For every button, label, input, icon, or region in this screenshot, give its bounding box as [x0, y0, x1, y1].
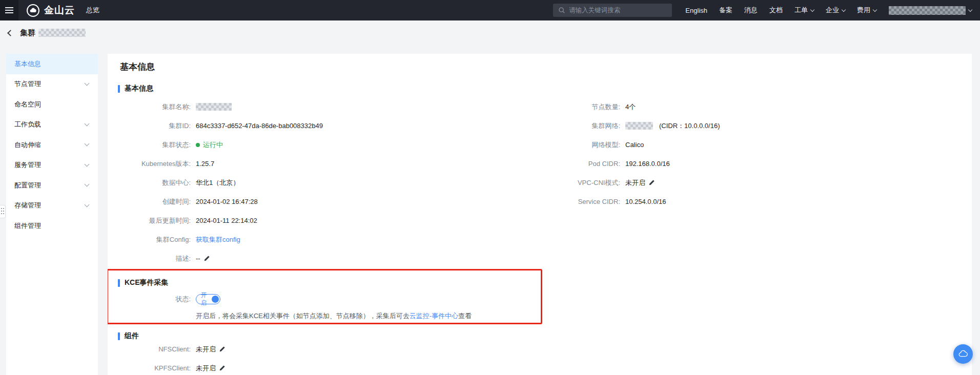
- field-k8s-version: Kubernetes版本: 1.25.7: [118, 154, 323, 173]
- edit-pencil-icon[interactable]: [203, 255, 210, 262]
- kce-events-toggle[interactable]: 开启: [196, 294, 220, 304]
- field-value: 2024-01-02 16:47:28: [196, 198, 258, 205]
- field-value: 1.25.7: [196, 160, 214, 168]
- sidebar-item-basic-info[interactable]: 基本信息: [6, 54, 98, 74]
- field-label: 网络模型:: [446, 140, 620, 150]
- billing-dropdown[interactable]: 费用: [857, 6, 876, 15]
- field-value: 未开启: [196, 345, 216, 354]
- section-bar-icon: [118, 332, 120, 340]
- sidebar-item-config-management[interactable]: 配置管理: [6, 175, 98, 196]
- brand-name: 金山云: [44, 4, 75, 17]
- brand-logo[interactable]: 金山云: [27, 4, 75, 17]
- field-label: KPFSClient:: [118, 364, 191, 372]
- edit-pencil-icon[interactable]: [219, 346, 226, 352]
- sidebar-item-autoscaling[interactable]: 自动伸缩: [6, 135, 98, 155]
- chevron-down-icon: [842, 7, 846, 11]
- field-kpfsclient: KPFSClient: 未开启: [118, 359, 226, 375]
- sidebar-item-component-management[interactable]: 组件管理: [6, 216, 98, 236]
- field-service-cidr: Service CIDR: 10.254.0.0/16: [446, 192, 720, 211]
- field-vpc-cni-mode: VPC-CNI模式: 未开启: [446, 173, 720, 192]
- field-label: 节点数量:: [446, 102, 620, 112]
- floating-cloud-button[interactable]: [953, 344, 973, 364]
- field-description: 描述: --: [118, 249, 323, 268]
- chevron-down-icon: [85, 161, 90, 166]
- field-kce-status: 状态: 开启: [118, 293, 220, 305]
- field-label: 集群网络:: [446, 121, 620, 131]
- cloud-monitor-event-center-link[interactable]: 云监控-事件中心: [410, 312, 458, 320]
- sidebar-item-node-management[interactable]: 节点管理: [6, 74, 98, 95]
- components-rows: NFSClient: 未开启 KPFSClient: 未开启: [118, 340, 226, 375]
- docs-link[interactable]: 文档: [769, 6, 783, 15]
- field-cluster-name: 集群名称:: [118, 97, 323, 116]
- field-label: Kubernetes版本:: [118, 159, 191, 169]
- field-value: (CIDR：10.0.0.0/16): [659, 121, 720, 131]
- account-menu[interactable]: [889, 6, 972, 15]
- page-title: 基本信息: [120, 61, 155, 73]
- chevron-down-icon: [85, 202, 90, 207]
- field-label: 状态:: [118, 295, 191, 304]
- field-value: 4个: [625, 102, 636, 112]
- field-label: 数据中心:: [118, 178, 191, 187]
- field-node-count: 节点数量: 4个: [446, 97, 720, 116]
- chevron-down-icon: [810, 7, 814, 11]
- section-kce-events: KCE事件采集: [118, 278, 169, 287]
- account-name-redacted: [889, 6, 966, 15]
- chevron-down-icon: [85, 80, 90, 86]
- field-label: 集群ID:: [118, 121, 191, 131]
- chevron-down-icon: [968, 7, 972, 11]
- section-bar-icon: [118, 85, 120, 93]
- cluster-name-redacted: [38, 29, 86, 37]
- sidebar-item-service-management[interactable]: 服务管理: [6, 155, 98, 176]
- basic-info-right-column: 节点数量: 4个 集群网络: (CIDR：10.0.0.0/16) 网络模型: …: [446, 97, 720, 211]
- sidebar-item-workload[interactable]: 工作负载: [6, 115, 98, 135]
- status-badge: 运行中: [203, 140, 223, 150]
- search-icon: [558, 7, 565, 14]
- edit-pencil-icon[interactable]: [219, 365, 226, 371]
- cluster-name-value-redacted: [196, 103, 232, 111]
- section-basic-info: 基本信息: [118, 84, 153, 93]
- cloud-icon: [958, 349, 968, 359]
- nav-overview[interactable]: 总览: [86, 6, 99, 15]
- field-label: NFSClient:: [118, 345, 191, 353]
- sidebar-item-storage-management[interactable]: 存储管理: [6, 196, 98, 216]
- field-cluster-status: 集群状态: 运行中: [118, 135, 323, 154]
- field-value: --: [196, 255, 200, 262]
- global-search[interactable]: [553, 4, 672, 17]
- network-name-redacted: [625, 122, 653, 130]
- field-value: 192.168.0.0/16: [625, 160, 670, 168]
- field-datacenter: 数据中心: 华北1（北京）: [118, 173, 323, 192]
- field-updated-time: 最后更新时间: 2024-01-11 22:14:02: [118, 211, 323, 230]
- field-label: 集群状态:: [118, 140, 191, 150]
- main-panel: 基本信息 基本信息 集群名称: 集群ID: 684c3337-d652-47da…: [108, 54, 972, 375]
- field-label: Pod CIDR:: [446, 160, 620, 168]
- chevron-down-icon: [85, 141, 90, 147]
- panel-collapse-handle[interactable]: [0, 205, 6, 218]
- field-value: 2024-01-11 22:14:02: [196, 217, 257, 224]
- search-input[interactable]: [569, 7, 667, 14]
- field-created-time: 创建时间: 2024-01-02 16:47:28: [118, 192, 323, 211]
- field-value: 10.254.0.0/16: [625, 198, 666, 205]
- field-value: 华北1（北京）: [196, 178, 239, 187]
- sidebar-item-namespace[interactable]: 命名空间: [6, 94, 98, 115]
- edit-pencil-icon[interactable]: [648, 179, 655, 186]
- section-bar-icon: [118, 279, 120, 287]
- field-label: 最后更新时间:: [118, 216, 191, 225]
- language-link[interactable]: English: [685, 7, 707, 14]
- beian-link[interactable]: 备案: [719, 6, 732, 15]
- field-label: 集群名称:: [118, 102, 191, 112]
- field-label: 创建时间:: [118, 197, 191, 206]
- field-cluster-id: 集群ID: 684c3337-d652-47da-86de-bab008332b…: [118, 116, 323, 135]
- topbar: 金山云 总览 English 备案 消息 文档 工单 企业 费用: [0, 0, 980, 20]
- kce-description: 开启后，将会采集KCE相关事件（如节点添加、节点移除），采集后可去云监控-事件中…: [196, 311, 472, 321]
- workorder-dropdown[interactable]: 工单: [794, 6, 814, 15]
- messages-link[interactable]: 消息: [744, 6, 758, 15]
- field-nfsclient: NFSClient: 未开启: [118, 340, 226, 359]
- page: 金山云 总览 English 备案 消息 文档 工单 企业 费用 集群 基本信息…: [0, 0, 980, 375]
- field-cluster-config: 集群Config: 获取集群config: [118, 230, 323, 249]
- menu-toggle[interactable]: [0, 0, 18, 20]
- get-cluster-config-link[interactable]: 获取集群config: [196, 235, 240, 244]
- back-button[interactable]: [7, 30, 14, 36]
- enterprise-dropdown[interactable]: 企业: [826, 6, 845, 15]
- toggle-state-label: 开启: [201, 291, 212, 307]
- chevron-down-icon: [85, 121, 90, 126]
